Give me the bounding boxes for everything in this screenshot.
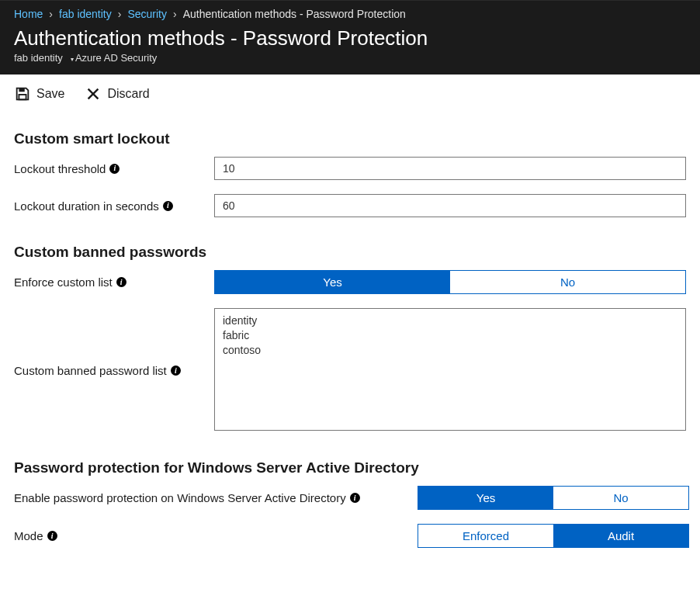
breadcrumb-tenant[interactable]: fab identity	[59, 8, 112, 20]
enforce-no-option[interactable]: No	[450, 271, 685, 293]
chevron-right-icon: ›	[116, 8, 123, 20]
breadcrumb-current: Authentication methods - Password Protec…	[183, 8, 406, 20]
lockout-threshold-input[interactable]	[214, 157, 686, 180]
winad-no-option[interactable]: No	[553, 487, 688, 509]
chevron-right-icon: ›	[47, 8, 54, 20]
info-icon[interactable]: i	[163, 201, 173, 211]
save-icon	[14, 85, 31, 102]
mode-toggle: Enforced Audit	[418, 524, 689, 548]
info-icon[interactable]: i	[116, 277, 126, 287]
svg-rect-0	[19, 88, 24, 92]
mode-label: Mode i	[14, 529, 418, 542]
section-title-banned: Custom banned passwords	[14, 244, 686, 261]
enforce-yes-option[interactable]: Yes	[215, 271, 450, 293]
svg-rect-1	[19, 95, 26, 99]
breadcrumb-home[interactable]: Home	[14, 8, 43, 20]
section-title-winad: Password protection for Windows Server A…	[14, 459, 686, 476]
discard-label: Discard	[107, 87, 149, 101]
save-label: Save	[36, 87, 64, 101]
lockout-duration-label: Lockout duration in seconds i	[14, 199, 214, 213]
subtitle-section-label: Azure AD Security	[75, 52, 158, 64]
breadcrumb: Home › fab identity › Security › Authent…	[14, 8, 686, 20]
close-icon	[85, 85, 102, 102]
discard-button[interactable]: Discard	[85, 85, 149, 102]
mode-audit-option[interactable]: Audit	[553, 525, 688, 547]
winad-yes-option[interactable]: Yes	[418, 487, 553, 509]
content: Custom smart lockout Lockout threshold i…	[0, 113, 700, 576]
save-button[interactable]: Save	[14, 85, 64, 102]
lockout-duration-input[interactable]	[214, 194, 686, 217]
chevron-right-icon: ›	[172, 8, 178, 20]
banned-password-list-textarea[interactable]	[214, 308, 686, 431]
winad-enable-label: Enable password protection on Windows Se…	[14, 491, 418, 504]
page-title: Authentication methods - Password Protec…	[14, 26, 686, 50]
toolbar: Save Discard	[0, 74, 700, 113]
winad-enable-toggle: Yes No	[418, 486, 689, 510]
subtitle-tenant: fab identity	[14, 52, 63, 64]
banned-password-list-label: Custom banned password list i	[14, 364, 214, 377]
subtitle-section[interactable]: ▾Azure AD Security	[71, 52, 158, 64]
header: Home › fab identity › Security › Authent…	[0, 0, 700, 74]
info-icon[interactable]: i	[171, 366, 181, 376]
info-icon[interactable]: i	[350, 493, 360, 503]
lockout-threshold-label: Lockout threshold i	[14, 162, 214, 175]
breadcrumb-security[interactable]: Security	[127, 8, 167, 20]
info-icon[interactable]: i	[47, 531, 57, 541]
enforce-custom-list-label: Enforce custom list i	[14, 275, 214, 289]
mode-enforced-option[interactable]: Enforced	[418, 525, 553, 547]
info-icon[interactable]: i	[109, 164, 120, 174]
page-subtitle: fab identity ▾Azure AD Security	[14, 52, 686, 64]
section-title-lockout: Custom smart lockout	[14, 130, 686, 147]
enforce-custom-list-toggle: Yes No	[214, 270, 686, 294]
